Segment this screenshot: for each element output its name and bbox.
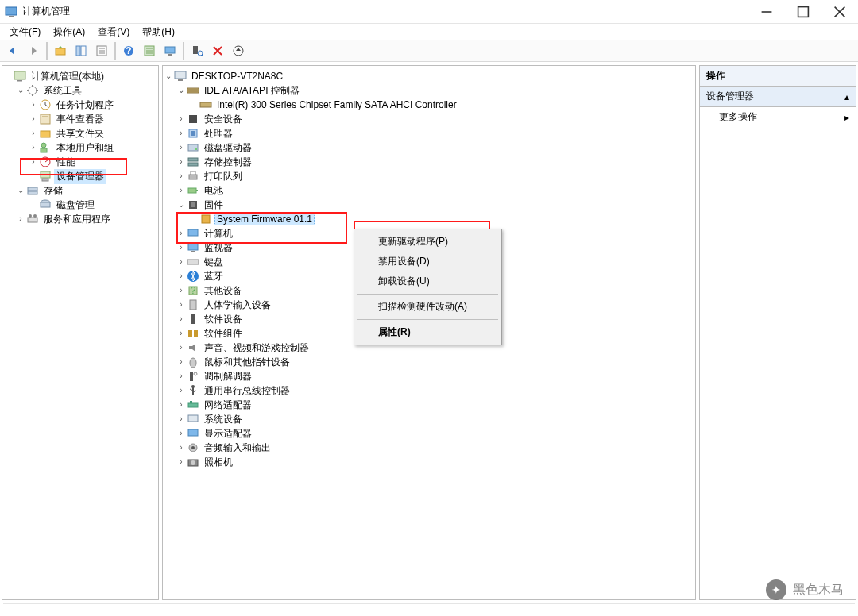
svg-rect-68 [188, 158, 198, 161]
mouse-icon [187, 356, 199, 368]
dev-storage-ctrl[interactable]: ›存储控制器 [163, 155, 695, 169]
dev-firmware-system[interactable]: System Firmware 01.1 [163, 212, 695, 226]
properties-icon[interactable] [92, 42, 111, 60]
dev-audio-io[interactable]: ›音频输入和输出 [163, 441, 695, 455]
minimize-button[interactable] [748, 0, 785, 24]
svg-rect-23 [168, 54, 172, 56]
svg-rect-54 [28, 218, 37, 222]
svg-rect-11 [81, 46, 86, 56]
tree-system-tools[interactable]: ⌄系统工具 [2, 83, 158, 98]
svg-marker-9 [58, 46, 63, 48]
svg-rect-36 [27, 90, 29, 91]
right-panel: 操作 设备管理器 ▴ 更多操作 ▸ [699, 65, 856, 600]
ctx-scan-hardware[interactable]: 扫描检测硬件改动(A) [356, 297, 500, 317]
tree-storage[interactable]: ⌄存储 [2, 183, 158, 198]
dev-cpu[interactable]: ›处理器 [163, 126, 695, 141]
svg-rect-87 [194, 330, 198, 337]
dev-network-adapters[interactable]: ›网络适配器 [163, 398, 695, 412]
tree-local-users[interactable]: ›本地用户和组 [2, 141, 158, 155]
menu-view[interactable]: 查看(V) [93, 24, 134, 40]
left-panel: 计算机管理(本地) ⌄系统工具 ›任务计划程序 ›事件查看器 ›共享文件夹 ›本… [2, 65, 159, 600]
shared-folder-icon [39, 127, 52, 140]
svg-rect-32 [17, 80, 22, 82]
ctx-uninstall-device[interactable]: 卸载设备(U) [356, 271, 500, 291]
list-icon[interactable] [140, 42, 159, 60]
svg-rect-84 [190, 300, 196, 310]
tree-shared-folders[interactable]: ›共享文件夹 [2, 126, 158, 141]
update-driver-icon[interactable] [229, 42, 248, 60]
dev-camera[interactable]: ›照相机 [163, 455, 695, 469]
dev-ide-intel[interactable]: Intel(R) 300 Series Chipset Family SATA … [163, 98, 695, 112]
svg-rect-59 [187, 88, 199, 93]
dev-disk[interactable]: ›磁盘驱动器 [163, 141, 695, 155]
menu-help[interactable]: 帮助(H) [137, 24, 180, 40]
bluetooth-icon [187, 270, 199, 283]
svg-point-55 [29, 214, 32, 218]
maximize-button[interactable] [785, 0, 821, 24]
other-icon: ? [187, 284, 199, 297]
dev-print-queue[interactable]: ›打印队列 [163, 169, 695, 183]
monitor-icon[interactable] [160, 42, 180, 60]
svg-point-44 [41, 143, 46, 148]
tree-performance[interactable]: ›性能 [2, 155, 158, 169]
actions-more[interactable]: 更多操作 ▸ [700, 107, 856, 127]
dev-firmware[interactable]: ⌄固件 [163, 198, 695, 212]
help-icon[interactable]: ? [119, 42, 138, 60]
chevron-right-icon: ▸ [844, 112, 849, 123]
tree-task-scheduler[interactable]: ›任务计划程序 [2, 98, 158, 112]
ctx-update-driver[interactable]: 更新驱动程序(P) [356, 232, 500, 252]
actions-section[interactable]: 设备管理器 ▴ [700, 87, 856, 107]
svg-rect-63 [189, 115, 197, 123]
printer-icon [187, 170, 199, 183]
dev-usb-controllers[interactable]: ›通用串行总线控制器 [163, 383, 695, 398]
dev-ide[interactable]: ⌄IDE ATA/ATAPI 控制器 [163, 83, 695, 98]
svg-rect-80 [187, 260, 199, 264]
modem-icon [187, 370, 199, 383]
svg-rect-34 [32, 85, 33, 87]
remove-icon[interactable] [208, 42, 227, 60]
menu-file[interactable]: 文件(F) [5, 24, 45, 40]
svg-point-33 [29, 87, 37, 94]
scan-hardware-icon[interactable] [187, 42, 207, 60]
tree-device-manager[interactable]: 设备管理器 [2, 169, 158, 183]
actions-more-label: 更多操作 [719, 110, 757, 124]
svg-point-93 [191, 385, 195, 388]
svg-rect-75 [191, 202, 195, 207]
show-hide-tree-icon[interactable] [72, 42, 91, 60]
tree-event-viewer[interactable]: ›事件查看器 [2, 112, 158, 126]
svg-rect-45 [41, 148, 47, 152]
menu-action[interactable]: 操作(A) [48, 24, 90, 40]
svg-line-47 [45, 160, 48, 162]
folder-up-icon[interactable] [51, 42, 70, 60]
window-controls [748, 0, 858, 24]
dev-security[interactable]: ›安全设备 [163, 112, 695, 126]
nav-back-icon[interactable] [3, 42, 22, 60]
svg-rect-51 [28, 191, 37, 194]
dev-modem[interactable]: ›调制解调器 [163, 369, 695, 383]
svg-marker-88 [189, 344, 195, 352]
storage-ctrl-icon [187, 156, 199, 168]
tree-services-apps[interactable]: ›服务和应用程序 [2, 212, 158, 226]
dev-system-devices[interactable]: ›系统设备 [163, 412, 695, 426]
tree-disk-management[interactable]: 磁盘管理 [2, 198, 158, 212]
dev-mouse[interactable]: ›鼠标和其他指针设备 [163, 355, 695, 369]
ctx-properties[interactable]: 属性(R) [356, 322, 500, 342]
svg-rect-85 [191, 314, 195, 324]
dev-display-adapters[interactable]: ›显示适配器 [163, 426, 695, 441]
svg-rect-8 [56, 48, 65, 55]
svg-rect-73 [196, 190, 198, 191]
close-button[interactable] [821, 0, 858, 24]
svg-point-67 [195, 148, 197, 150]
svg-rect-97 [190, 401, 192, 403]
dev-root[interactable]: ⌄DESKTOP-VT2NA8C [163, 69, 695, 83]
nav-forward-icon[interactable] [24, 42, 43, 60]
svg-marker-30 [236, 48, 241, 51]
actions-section-label: 设备管理器 [706, 90, 754, 103]
svg-text:?: ? [126, 45, 131, 56]
dev-battery[interactable]: ›电池 [163, 183, 695, 198]
ctx-disable-device[interactable]: 禁用设备(D) [356, 252, 500, 271]
tree-root[interactable]: 计算机管理(本地) [2, 69, 158, 83]
keyboard-icon [187, 256, 199, 268]
svg-rect-65 [191, 131, 195, 136]
svg-rect-77 [188, 229, 198, 236]
